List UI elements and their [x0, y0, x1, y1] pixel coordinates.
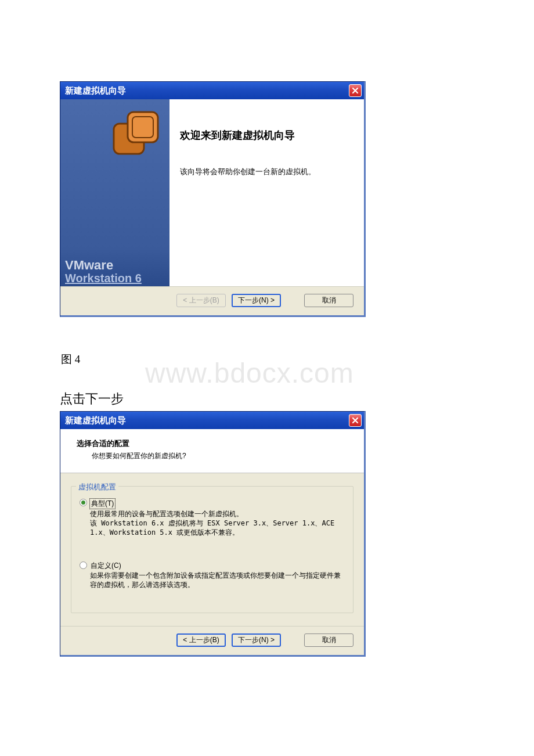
cancel-button[interactable]: 取消 [304, 633, 353, 647]
typical-option-group: 典型(T) 使用最常用的设备与配置选项创建一个新虚拟机。 该 Workstati… [80, 498, 345, 538]
back-button: < 上一步(B) [176, 294, 226, 307]
close-icon [352, 87, 359, 94]
figure-label: 图 4 [61, 352, 534, 367]
welcome-description: 该向导将会帮助你创建一台新的虚拟机。 [180, 167, 352, 177]
welcome-heading: 欢迎来到新建虚拟机向导 [180, 128, 352, 142]
custom-radio[interactable] [80, 561, 87, 569]
wizard-sidebar: VMware Workstation 6 [60, 99, 169, 286]
vmware-logo-icon [107, 105, 165, 163]
fieldset-legend: 虚拟机配置 [76, 482, 118, 492]
typical-desc-line2: 该 Workstation 6.x 虚拟机将与 ESX Server 3.x、S… [90, 519, 345, 537]
new-vm-wizard-dialog-1: 新建虚拟机向导 VMware Workstation 6 [60, 81, 366, 317]
wizard-footer: < 上一步(B) 下一步(N) > 取消 [60, 286, 364, 315]
instruction-text: 点击下一步 [60, 390, 534, 408]
typical-radio-label[interactable]: 典型(T) [89, 498, 116, 509]
wizard-body: 虚拟机配置 典型(T) 使用最常用的设备与配置选项创建一个新虚拟机。 该 Wor… [60, 473, 364, 626]
wizard-header: 选择合适的配置 你想要如何配置你的新虚拟机? [60, 429, 364, 473]
custom-option-group: 自定义(C) 如果你需要创建一个包含附加设备或指定配置选项或你想要创建一个与指定… [80, 561, 345, 589]
dialog-title: 新建虚拟机向导 [65, 415, 349, 426]
title-bar: 新建虚拟机向导 [60, 82, 364, 99]
typical-desc-line1: 使用最常用的设备与配置选项创建一个新虚拟机。 [90, 509, 345, 519]
cancel-button[interactable]: 取消 [304, 294, 353, 307]
next-button[interactable]: 下一步(N) > [232, 294, 281, 307]
new-vm-wizard-dialog-2: 新建虚拟机向导 选择合适的配置 你想要如何配置你的新虚拟机? 虚拟机配置 典型(… [60, 411, 366, 657]
next-button[interactable]: 下一步(N) > [232, 633, 281, 647]
dialog-title: 新建虚拟机向导 [65, 85, 349, 96]
custom-radio-label[interactable]: 自定义(C) [89, 561, 122, 571]
sidebar-brand: VMware [65, 259, 142, 272]
sidebar-product: Workstation 6 [65, 272, 142, 285]
close-button[interactable] [349, 414, 362, 427]
close-button[interactable] [349, 84, 362, 97]
config-subheading: 你想要如何配置你的新虚拟机? [92, 451, 352, 461]
title-bar: 新建虚拟机向导 [60, 412, 364, 429]
wizard-main-panel: 欢迎来到新建虚拟机向导 该向导将会帮助你创建一台新的虚拟机。 [169, 99, 364, 286]
wizard-footer: < 上一步(B) 下一步(N) > 取消 [60, 626, 364, 655]
vm-config-fieldset: 虚拟机配置 典型(T) 使用最常用的设备与配置选项创建一个新虚拟机。 该 Wor… [71, 486, 353, 613]
custom-desc: 如果你需要创建一个包含附加设备或指定配置选项或你想要创建一个与指定硬件兼容的虚拟… [90, 571, 345, 589]
back-button[interactable]: < 上一步(B) [176, 633, 226, 647]
close-icon [352, 417, 359, 424]
typical-radio[interactable] [80, 499, 87, 506]
config-heading: 选择合适的配置 [77, 438, 352, 449]
